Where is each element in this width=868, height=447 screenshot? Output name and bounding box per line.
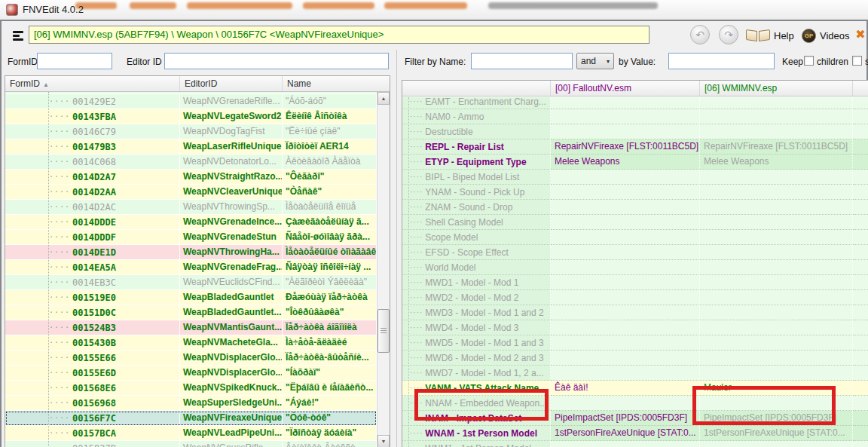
menu-button[interactable] bbox=[11, 28, 27, 43]
left-table-scrollbar[interactable]: ▲ ▼ bbox=[377, 92, 390, 447]
field-row[interactable]: ····MWD2 - Model - Mod 2 bbox=[402, 290, 868, 305]
master-value-cell[interactable]: 1stPersonFireAxeUnique [STAT:0... bbox=[551, 426, 700, 441]
plugin-value-cell[interactable]: 1stPersonFireAxeUnique [STAT:0... bbox=[700, 426, 853, 441]
master-value-cell[interactable] bbox=[551, 441, 700, 447]
table-row[interactable]: ····0014EB3CWeapNVEuclidsCFind..."Àëãîðè… bbox=[5, 275, 377, 290]
master-value-cell[interactable] bbox=[551, 260, 700, 275]
table-row[interactable]: ····0015837BWeapNVGaussRifleÂèíòîâêà Ãàó… bbox=[5, 441, 377, 447]
help-button[interactable]: Help bbox=[746, 26, 794, 45]
plugin-value-cell[interactable] bbox=[700, 366, 853, 381]
master-value-cell[interactable]: Êàê äàì! bbox=[551, 381, 700, 396]
column-header-master[interactable]: [00] FalloutNV.esm bbox=[551, 81, 700, 96]
plugin-value-cell[interactable] bbox=[700, 200, 853, 215]
table-row[interactable]: ····00155E66WeapNVDisplacerGlo...Ïåð÷àòê… bbox=[5, 351, 377, 366]
field-row[interactable]: ····YNAM - Sound - Pick Up bbox=[402, 185, 868, 200]
column-header-fields[interactable] bbox=[402, 81, 551, 96]
master-value-cell[interactable] bbox=[551, 170, 700, 185]
master-value-cell[interactable]: Melee Weapons bbox=[551, 155, 700, 170]
column-header-formid[interactable]: FormID▲ bbox=[5, 76, 180, 91]
column-header-name[interactable]: Name bbox=[283, 76, 390, 91]
master-value-cell[interactable] bbox=[551, 396, 700, 411]
field-row[interactable]: ····MWD3 - Model - Mod 1 and 2 bbox=[402, 305, 868, 320]
plugin-value-cell[interactable] bbox=[700, 305, 853, 320]
field-row[interactable]: ····MWD5 - Model - Mod 1 and 3 bbox=[402, 335, 868, 351]
scrollbar-thumb[interactable] bbox=[377, 309, 390, 353]
master-value-cell[interactable] bbox=[551, 215, 700, 230]
master-value-cell[interactable] bbox=[551, 245, 700, 260]
plugin-value-cell[interactable] bbox=[700, 290, 853, 305]
table-row[interactable]: ····0014DDDEWeapNVGrenadeInce...Çàæèãàòå… bbox=[5, 215, 377, 230]
column-header-plugin[interactable]: [06] WMIMNV.esp bbox=[700, 81, 853, 96]
filter-operator-select[interactable]: and▾ bbox=[576, 53, 614, 69]
table-row[interactable]: ····00143FBAWeapNVLegateSword2Êëèíîê Âîñ… bbox=[5, 109, 377, 124]
table-row[interactable]: ····0015430BWeapNVMacheteGla...Ìà÷åòå-ãë… bbox=[5, 335, 377, 351]
plugin-value-cell[interactable]: RepairNVFireaxe [FLST:0011BC5D] bbox=[700, 139, 853, 155]
scroll-down-arrow[interactable]: ▼ bbox=[377, 435, 390, 447]
field-row[interactable]: ····MWD7 - Model - Mod 1, 2 a... bbox=[402, 366, 868, 381]
table-row[interactable]: ····00151D0CWeapBladedGauntlet..."Îòêðûâ… bbox=[5, 305, 377, 320]
master-value-cell[interactable] bbox=[551, 335, 700, 351]
videos-button[interactable]: GP Videos bbox=[802, 26, 850, 45]
plugin-value-cell[interactable] bbox=[700, 230, 853, 245]
master-value-cell[interactable] bbox=[551, 305, 700, 320]
table-row[interactable]: ····001524B3WeapNVMantisGaunt...Ïåð÷àòêà… bbox=[5, 320, 377, 335]
plugin-value-cell[interactable] bbox=[700, 335, 853, 351]
table-row[interactable]: ····001479B3WeapLaserRifleUniqueÏðîòîòèï… bbox=[5, 139, 377, 155]
master-value-cell[interactable] bbox=[551, 275, 700, 290]
field-row[interactable]: ····EFSD - Scope Effect bbox=[402, 245, 868, 260]
field-row[interactable]: ····BIPL - Biped Model List bbox=[402, 170, 868, 185]
master-value-cell[interactable] bbox=[551, 320, 700, 335]
field-row[interactable]: ····REPL - Repair ListRepairNVFireaxe [F… bbox=[402, 139, 868, 155]
back-button[interactable]: ↶ bbox=[690, 25, 710, 44]
table-row[interactable]: ····001519E0WeapBladedGauntletÐåæóùàÿ ïå… bbox=[5, 290, 377, 305]
master-value-cell[interactable] bbox=[551, 366, 700, 381]
table-row[interactable]: ····00146C79WeapNVDogTagFist"Ëè÷íûé çíàê… bbox=[5, 124, 377, 139]
table-row[interactable]: ····0014D2ACWeapNVThrowingSp...Ìåòàòåëüí… bbox=[5, 200, 377, 215]
field-row[interactable]: ····WNAM - 1st Person Model1stPersonFire… bbox=[402, 426, 868, 441]
plugin-value-cell[interactable] bbox=[700, 215, 853, 230]
table-row[interactable]: ····00156968WeapSuperSledgeUni..."Áýáè!" bbox=[5, 396, 377, 411]
plugin-value-cell[interactable] bbox=[700, 124, 853, 139]
field-row[interactable]: ····World Model bbox=[402, 260, 868, 275]
master-value-cell[interactable] bbox=[551, 200, 700, 215]
column-header-editorid[interactable]: EditorID bbox=[180, 76, 283, 91]
filter-name-input[interactable] bbox=[471, 53, 573, 69]
master-value-cell[interactable]: PipeImpactSet [IPDS:0005FD3F] bbox=[551, 411, 700, 426]
scroll-up-arrow[interactable]: ▲ bbox=[377, 92, 390, 105]
table-row[interactable]: ····00156F7CWeapNVFireaxeUnique"Òóê-òóê" bbox=[5, 411, 377, 426]
plugin-value-cell[interactable]: Melee Weapons bbox=[700, 155, 853, 170]
plugin-value-cell[interactable] bbox=[700, 441, 853, 447]
master-value-cell[interactable] bbox=[551, 290, 700, 305]
keep-siblings-checkbox[interactable] bbox=[852, 56, 862, 66]
field-row[interactable]: ····MWD6 - Model - Mod 2 and 3 bbox=[402, 351, 868, 366]
master-value-cell[interactable]: RepairNVFireaxe [FLST:0011BC5D] bbox=[551, 139, 700, 155]
table-row[interactable]: ····001568E6WeapNVSpikedKnuck..."Ëþáîâü … bbox=[5, 381, 377, 396]
editorid-input[interactable] bbox=[164, 53, 389, 69]
table-row[interactable]: ····0014C068WeapNVDetonatorLo...Àêòèâàòî… bbox=[5, 155, 377, 170]
plugin-value-cell[interactable] bbox=[700, 185, 853, 200]
field-row[interactable]: ····MWD1 - Model - Mod 1 bbox=[402, 275, 868, 290]
plugin-value-cell[interactable] bbox=[700, 320, 853, 335]
plugin-value-cell[interactable] bbox=[700, 245, 853, 260]
table-row[interactable]: ····0014D2A7WeapNVStraightRazo..."Ôèãàðî… bbox=[5, 170, 377, 185]
plugin-value-cell[interactable] bbox=[700, 170, 853, 185]
field-row[interactable]: ····NAM0 - Ammo bbox=[402, 109, 868, 124]
field-row[interactable]: ····Shell Casing Model bbox=[402, 215, 868, 230]
table-row[interactable]: ····00155E6DWeapNVDisplacerGlo..."Íàõðàï… bbox=[5, 366, 377, 381]
keep-children-checkbox[interactable] bbox=[804, 56, 814, 66]
field-row[interactable]: ····Scope Model bbox=[402, 230, 868, 245]
field-row[interactable]: ····ETYP - Equipment TypeMelee WeaponsMe… bbox=[402, 155, 868, 170]
table-row[interactable]: ····001429E2WeapNVGrenadeRifle..."Áóõ-áó… bbox=[5, 94, 377, 109]
table-row[interactable]: ····0014EA5AWeapNVGrenadeFrag...Ñâÿòàÿ î… bbox=[5, 260, 377, 275]
master-value-cell[interactable] bbox=[551, 97, 700, 109]
plugin-value-cell[interactable] bbox=[700, 275, 853, 290]
master-value-cell[interactable] bbox=[551, 109, 700, 124]
plugin-value-cell[interactable] bbox=[700, 351, 853, 366]
field-row[interactable]: ····Destructible bbox=[402, 124, 868, 139]
master-value-cell[interactable] bbox=[551, 124, 700, 139]
table-row[interactable]: ····0014D2AAWeapNVCleaverUnique"Òåñàê" bbox=[5, 185, 377, 200]
record-path-bar[interactable]: [06] WMIMNV.esp (5ABF7F94) \ Weapon \ 00… bbox=[29, 26, 649, 44]
plugin-value-cell[interactable] bbox=[700, 260, 853, 275]
master-value-cell[interactable] bbox=[551, 351, 700, 366]
field-row[interactable]: ····MWD4 - Model - Mod 3 bbox=[402, 320, 868, 335]
